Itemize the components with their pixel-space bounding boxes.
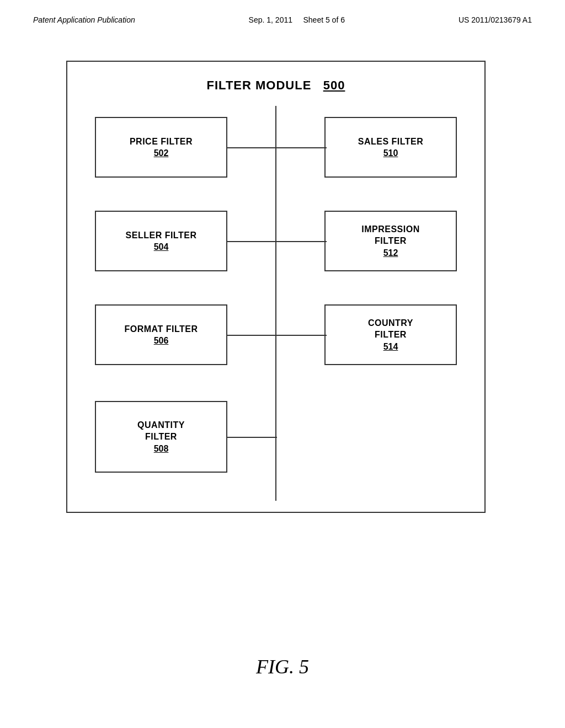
price-filter-title: PRICE FILTER	[130, 136, 193, 148]
seller-filter-number: 504	[154, 242, 169, 252]
filter-module-number: 500	[323, 78, 345, 92]
impression-filter-connector	[277, 241, 327, 242]
seller-filter-title: SELLER FILTER	[126, 230, 197, 242]
price-filter-number: 502	[154, 148, 169, 158]
impression-filter-number: 512	[383, 248, 398, 258]
country-filter-title: COUNTRYFILTER	[368, 318, 413, 341]
sales-filter-number: 510	[383, 148, 398, 158]
sales-filter-box: SALES FILTER 510	[324, 117, 457, 178]
header-sheet: Sheet 5 of 6	[303, 15, 345, 24]
filter-module-label: FILTER MODULE 500	[67, 78, 484, 93]
figure-caption: FIG. 5	[0, 655, 565, 678]
format-filter-connector	[227, 335, 277, 336]
sales-filter-title: SALES FILTER	[358, 136, 424, 148]
quantity-filter-title: QUANTITYFILTER	[137, 420, 185, 443]
page: Patent Application Publication Sep. 1, 2…	[0, 0, 565, 728]
diagram-container: FILTER MODULE 500 PRICE FILTER 502 SALES…	[66, 61, 486, 513]
header-date-sheet: Sep. 1, 2011 Sheet 5 of 6	[249, 15, 345, 24]
header-patent-number: US 2011/0213679 A1	[459, 15, 532, 24]
country-filter-connector	[277, 335, 327, 336]
format-filter-number: 506	[154, 336, 169, 346]
center-divider-line	[275, 106, 276, 501]
price-filter-box: PRICE FILTER 502	[95, 117, 227, 178]
sales-filter-connector	[277, 147, 327, 148]
quantity-filter-number: 508	[154, 444, 169, 454]
quantity-filter-connector	[227, 437, 277, 438]
format-filter-title: FORMAT FILTER	[125, 324, 198, 335]
impression-filter-box: IMPRESSIONFILTER 512	[324, 211, 457, 271]
country-filter-box: COUNTRYFILTER 514	[324, 304, 457, 365]
header-date: Sep. 1, 2011	[249, 15, 292, 24]
country-filter-number: 514	[383, 342, 398, 352]
price-filter-connector	[227, 147, 277, 148]
format-filter-box: FORMAT FILTER 506	[95, 304, 227, 365]
seller-filter-connector	[227, 241, 277, 242]
quantity-filter-box: QUANTITYFILTER 508	[95, 401, 227, 473]
impression-filter-title: IMPRESSIONFILTER	[361, 224, 419, 247]
seller-filter-box: SELLER FILTER 504	[95, 211, 227, 271]
filter-module-title: FILTER MODULE	[207, 78, 312, 92]
header: Patent Application Publication Sep. 1, 2…	[33, 15, 532, 24]
header-publication: Patent Application Publication	[33, 15, 135, 24]
